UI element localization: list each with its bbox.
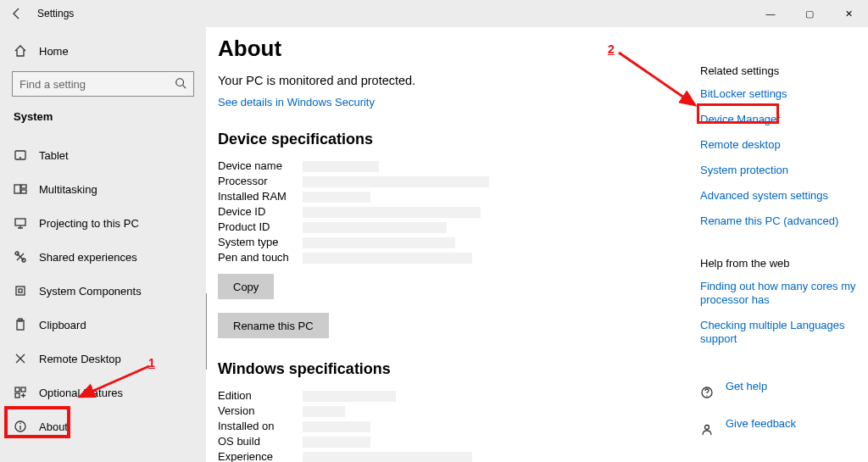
device-spec-label: System type <box>218 235 303 250</box>
sidebar-item-about[interactable]: About <box>0 409 206 443</box>
minimize-button[interactable]: — <box>751 0 790 27</box>
about-icon <box>14 420 27 433</box>
device-spec-label: Processor <box>218 174 303 189</box>
maximize-button[interactable]: ▢ <box>790 0 829 27</box>
remote-desktop-icon <box>14 352 27 365</box>
annotation-label-2: 2 <box>608 42 615 56</box>
protection-status: Your PC is monitored and protected. <box>218 74 672 87</box>
device-spec-label: Device name <box>218 159 303 174</box>
sidebar-item-label: Optional features <box>39 387 123 399</box>
svg-rect-4 <box>21 185 26 188</box>
right-column: Related settings BitLocker settingsDevic… <box>700 59 861 454</box>
sidebar-home[interactable]: Home <box>0 36 206 66</box>
web-help-link[interactable]: Finding out how many cores my processor … <box>700 280 861 307</box>
svg-rect-14 <box>21 387 25 392</box>
optional-feat-icon <box>14 386 27 399</box>
related-link-advanced-system-settings[interactable]: Advanced system settings <box>700 189 861 203</box>
sidebar-item-label: Projecting to this PC <box>39 217 139 230</box>
windows-spec-row: Version <box>218 404 672 419</box>
sidebar-item-tablet[interactable]: Tablet <box>0 138 206 172</box>
scroll-indicator <box>206 293 207 370</box>
windows-spec-row: Installed on <box>218 419 672 434</box>
get-help-link[interactable]: Get help <box>726 380 767 393</box>
windows-spec-label: Experience <box>218 449 303 462</box>
svg-point-7 <box>15 252 19 255</box>
device-spec-row: Installed RAM <box>218 189 672 204</box>
svg-point-18 <box>19 423 21 425</box>
device-spec-label: Installed RAM <box>218 189 303 204</box>
sidebar-item-clipboard[interactable]: Clipboard <box>0 308 206 342</box>
clipboard-icon <box>14 318 27 331</box>
svg-rect-5 <box>21 190 26 193</box>
sidebar-item-label: Tablet <box>39 149 69 162</box>
sidebar-section-header: System <box>0 105 206 128</box>
related-link-remote-desktop[interactable]: Remote desktop <box>700 138 861 152</box>
device-spec-row: Pen and touch <box>218 250 672 265</box>
sidebar-item-remote-desktop[interactable]: Remote Desktop <box>0 342 206 376</box>
shared-exp-icon <box>14 250 27 264</box>
svg-rect-3 <box>14 185 20 193</box>
svg-point-20 <box>706 395 707 396</box>
svg-point-0 <box>176 78 184 86</box>
sidebar-item-label: System Components <box>39 285 142 298</box>
windows-spec-label: Edition <box>218 388 303 404</box>
sidebar-item-system-components[interactable]: System Components <box>0 274 206 308</box>
search-icon <box>175 77 186 92</box>
sidebar-item-label: About <box>39 420 68 433</box>
windows-spec-value-redacted <box>303 421 370 432</box>
sidebar-item-multitasking[interactable]: Multitasking <box>0 172 206 206</box>
device-spec-value-redacted <box>303 192 370 203</box>
device-specs-header: Device specifications <box>218 131 672 148</box>
sidebar-item-optional-features[interactable]: Optional features <box>0 376 206 409</box>
help-web-header: Help from the web <box>700 257 861 270</box>
back-button[interactable] <box>0 0 34 27</box>
device-spec-row: Processor <box>218 174 672 189</box>
device-spec-value-redacted <box>303 207 481 218</box>
sidebar-item-shared-experiences[interactable]: Shared experiences <box>0 240 206 274</box>
windows-spec-value-redacted <box>303 406 345 417</box>
web-help-link[interactable]: Checking multiple Languages support <box>700 319 861 346</box>
windows-spec-row: Experience <box>218 449 672 462</box>
windows-spec-value-redacted <box>303 452 472 463</box>
related-link-system-protection[interactable]: System protection <box>700 164 861 177</box>
device-spec-value-redacted <box>303 237 455 248</box>
windows-spec-row: Edition <box>218 388 672 404</box>
svg-rect-6 <box>15 219 25 225</box>
windows-spec-value-redacted <box>303 437 370 448</box>
device-spec-label: Device ID <box>218 204 303 220</box>
close-button[interactable]: ✕ <box>829 0 868 27</box>
sidebar-item-projecting-to-this-pc[interactable]: Projecting to this PC <box>0 206 206 240</box>
search-input[interactable]: Find a setting <box>12 71 194 97</box>
device-spec-label: Product ID <box>218 220 303 235</box>
home-icon <box>14 44 27 58</box>
windows-spec-label: OS build <box>218 434 303 449</box>
device-spec-value-redacted <box>303 176 489 187</box>
device-spec-label: Pen and touch <box>218 250 303 265</box>
device-spec-value-redacted <box>303 161 379 172</box>
device-spec-row: Device name <box>218 159 672 174</box>
sidebar-item-label: Multitasking <box>39 183 97 196</box>
sidebar-home-label: Home <box>39 45 69 58</box>
search-placeholder: Find a setting <box>19 78 86 91</box>
related-link-bitlocker-settings[interactable]: BitLocker settings <box>700 87 861 101</box>
device-spec-row: Device ID <box>218 204 672 220</box>
related-link-device-manager[interactable]: Device Manager <box>700 113 861 126</box>
get-help-icon <box>700 386 714 399</box>
windows-security-link[interactable]: See details in Windows Security <box>218 96 375 109</box>
sidebar-item-label: Clipboard <box>39 319 86 331</box>
sidebar-item-label: Remote Desktop <box>39 353 121 365</box>
feedback-icon <box>700 423 714 437</box>
svg-rect-10 <box>19 289 22 292</box>
device-spec-row: Product ID <box>218 220 672 235</box>
windows-spec-row: OS build <box>218 434 672 449</box>
related-link-rename-this-pc-advanced-[interactable]: Rename this PC (advanced) <box>700 214 861 228</box>
copy-button[interactable]: Copy <box>218 274 274 299</box>
windows-spec-value-redacted <box>303 391 396 402</box>
tablet-icon <box>14 148 27 162</box>
give-feedback-link[interactable]: Give feedback <box>726 417 796 431</box>
device-spec-row: System type <box>218 235 672 250</box>
rename-pc-button[interactable]: Rename this PC <box>218 313 329 338</box>
svg-rect-9 <box>16 287 25 295</box>
windows-spec-label: Version <box>218 404 303 419</box>
device-spec-value-redacted <box>303 253 472 264</box>
